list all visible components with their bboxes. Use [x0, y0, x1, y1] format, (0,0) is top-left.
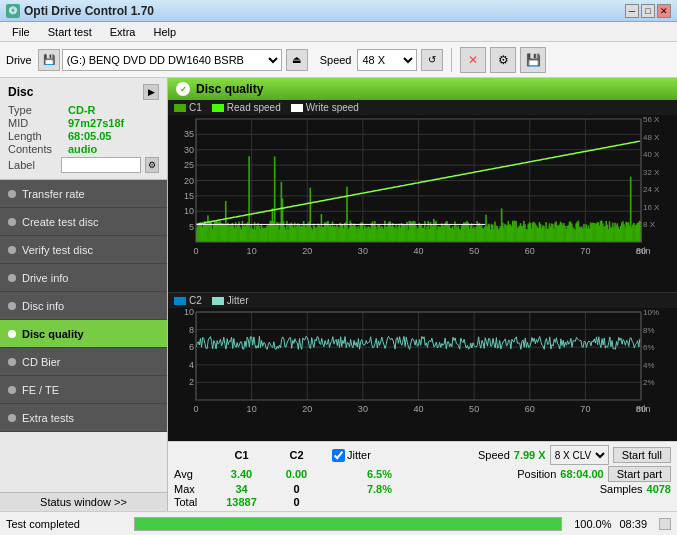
- menu-extra[interactable]: Extra: [102, 24, 144, 40]
- avg-c2: 0.00: [269, 468, 324, 480]
- speed-dropdown[interactable]: 8 X CLV: [550, 445, 609, 465]
- minimize-button[interactable]: ─: [625, 4, 639, 18]
- clear-button[interactable]: ✕: [460, 47, 486, 73]
- save-button[interactable]: 💾: [520, 47, 546, 73]
- nav-label: CD Bier: [22, 356, 61, 368]
- disc-expand-button[interactable]: ▶: [143, 84, 159, 100]
- toolbar: Drive 💾 (G:) BENQ DVD DD DW1640 BSRB ⏏ S…: [0, 42, 677, 78]
- read-speed-legend-color: [212, 104, 224, 112]
- disc-quality-header: ✓ Disc quality: [168, 78, 677, 100]
- jitter-legend-color: [212, 297, 224, 305]
- nav-label: Create test disc: [22, 216, 98, 228]
- c2-chart: C2 Jitter: [168, 293, 677, 441]
- type-value: CD-R: [68, 104, 96, 116]
- c1-canvas: [168, 115, 671, 260]
- mid-label: MID: [8, 117, 68, 129]
- progress-percent: 100.0%: [574, 518, 611, 530]
- menu-bar: File Start test Extra Help: [0, 22, 677, 42]
- sidebar-item-drive-info[interactable]: Drive info: [0, 264, 167, 292]
- position-key: Position: [517, 468, 556, 480]
- contents-label: Contents: [8, 143, 68, 155]
- length-value: 68:05.05: [68, 130, 111, 142]
- drive-label: Drive: [6, 54, 32, 66]
- status-text: Test completed: [6, 518, 126, 530]
- sidebar-item-verify-test-disc[interactable]: Verify test disc: [0, 236, 167, 264]
- status-bar: Test completed 100.0% 08:39: [0, 511, 677, 535]
- sidebar-item-fe-te[interactable]: FE / TE: [0, 376, 167, 404]
- nav-dot: [8, 190, 16, 198]
- jitter-checkbox[interactable]: [332, 449, 345, 462]
- c2-canvas: [168, 308, 671, 418]
- nav-label: Disc info: [22, 300, 64, 312]
- content-area: ✓ Disc quality C1 Read speed: [168, 78, 677, 511]
- c1-legend-color: [174, 104, 186, 112]
- refresh-button[interactable]: ↺: [421, 49, 443, 71]
- disc-quality-title: Disc quality: [196, 82, 263, 96]
- disc-quality-icon: ✓: [176, 82, 190, 96]
- toolbar-separator: [451, 48, 452, 72]
- label-settings-button[interactable]: ⚙: [145, 157, 159, 173]
- close-button[interactable]: ✕: [657, 4, 671, 18]
- maximize-button[interactable]: □: [641, 4, 655, 18]
- write-speed-legend-color: [291, 104, 303, 112]
- type-label: Type: [8, 104, 68, 116]
- total-c2: 0: [269, 496, 324, 508]
- nav-label: Drive info: [22, 272, 68, 284]
- max-c2: 0: [269, 483, 324, 495]
- avg-c1: 3.40: [214, 468, 269, 480]
- col-header-c1: C1: [214, 449, 269, 461]
- nav-dot: [8, 414, 16, 422]
- speed-select[interactable]: 48 X: [357, 49, 417, 71]
- sidebar-item-cd-bier[interactable]: CD Bier: [0, 348, 167, 376]
- sidebar-item-transfer-rate[interactable]: Transfer rate: [0, 180, 167, 208]
- drive-icon: 💾: [38, 49, 60, 71]
- length-label: Length: [8, 130, 68, 142]
- nav-dot: [8, 386, 16, 394]
- nav-dot: [8, 218, 16, 226]
- drive-select[interactable]: (G:) BENQ DVD DD DW1640 BSRB: [62, 49, 282, 71]
- c1-legend-label: C1: [189, 102, 202, 113]
- menu-help[interactable]: Help: [145, 24, 184, 40]
- nav-label: FE / TE: [22, 384, 59, 396]
- contents-value: audio: [68, 143, 97, 155]
- max-c1: 34: [214, 483, 269, 495]
- title-bar: 💿 Opti Drive Control 1.70 ─ □ ✕: [0, 0, 677, 22]
- nav-dot: [8, 302, 16, 310]
- start-full-button[interactable]: Start full: [613, 447, 671, 463]
- nav-dot: [8, 358, 16, 366]
- settings-button[interactable]: ⚙: [490, 47, 516, 73]
- nav-label: Transfer rate: [22, 188, 85, 200]
- start-part-button[interactable]: Start part: [608, 466, 671, 482]
- drive-select-wrap: 💾 (G:) BENQ DVD DD DW1640 BSRB: [38, 49, 282, 71]
- nav-label: Verify test disc: [22, 244, 93, 256]
- nav-dot: [8, 330, 16, 338]
- mid-value: 97m27s18f: [68, 117, 124, 129]
- main-layout: Disc ▶ Type CD-R MID 97m27s18f Length 68…: [0, 78, 677, 511]
- nav-dot: [8, 274, 16, 282]
- avg-jitter: 6.5%: [332, 468, 392, 480]
- eject-button[interactable]: ⏏: [286, 49, 308, 71]
- menu-file[interactable]: File: [4, 24, 38, 40]
- nav-label: Extra tests: [22, 412, 74, 424]
- sidebar-item-disc-info[interactable]: Disc info: [0, 292, 167, 320]
- nav-items: Transfer rate Create test disc Verify te…: [0, 180, 167, 492]
- label-input[interactable]: [61, 157, 141, 173]
- c2-legend-color: [174, 297, 186, 305]
- app-icon: 💿: [6, 4, 20, 18]
- menu-start-test[interactable]: Start test: [40, 24, 100, 40]
- speed-label: Speed: [320, 54, 352, 66]
- label-label: Label: [8, 159, 57, 171]
- sidebar-item-disc-quality[interactable]: Disc quality: [0, 320, 167, 348]
- sidebar-item-create-test-disc[interactable]: Create test disc: [0, 208, 167, 236]
- nav-dot: [8, 246, 16, 254]
- status-window-button[interactable]: Status window >>: [0, 492, 167, 511]
- status-resize-icon: [659, 518, 671, 530]
- sidebar-item-extra-tests[interactable]: Extra tests: [0, 404, 167, 432]
- jitter-col-label: Jitter: [347, 449, 371, 461]
- total-label: Total: [174, 496, 214, 508]
- position-value: 68:04.00: [560, 468, 603, 480]
- status-time: 08:39: [619, 518, 647, 530]
- charts-container: C1 Read speed Write speed: [168, 100, 677, 441]
- samples-value: 4078: [647, 483, 671, 495]
- stats-bar: C1 C2 Jitter Speed 7.99 X 8 X CLV Start …: [168, 441, 677, 511]
